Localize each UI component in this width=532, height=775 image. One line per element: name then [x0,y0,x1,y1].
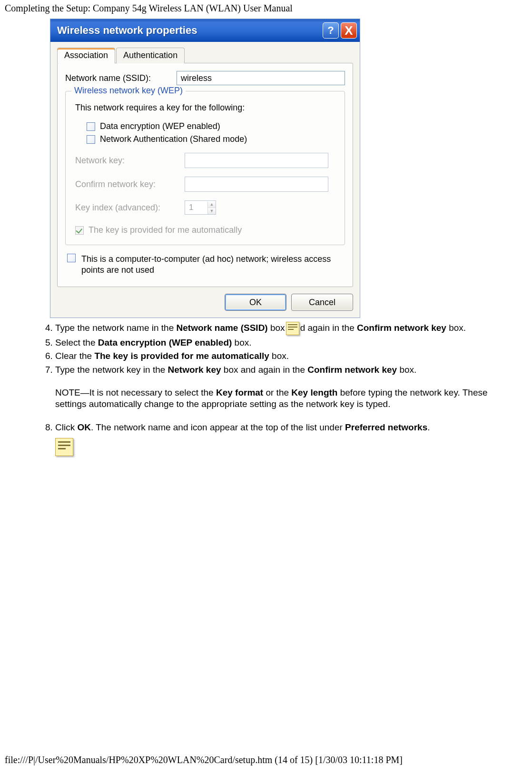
instructions: Type the network name in the Network nam… [39,322,527,456]
step-5: Select the Data encryption (WEP enabled)… [55,337,527,348]
cancel-button[interactable]: Cancel [291,294,353,311]
titlebar-buttons: ? X [323,22,357,39]
confirm-key-label: Confirm network key: [75,179,180,189]
ssid-input[interactable] [177,71,345,85]
note-icon [286,322,299,335]
adhoc-checkbox[interactable] [67,254,76,262]
dialog-body: Association Authentication Network name … [50,42,360,318]
tab-authentication[interactable]: Authentication [116,48,185,63]
tabstrip: Association Authentication [57,48,353,63]
adhoc-row[interactable]: This is a computer-to-computer (ad hoc) … [67,254,343,275]
button-row: OK Cancel [57,294,353,311]
network-key-label: Network key: [75,156,180,166]
confirm-key-input [185,177,328,192]
note-icon [55,438,73,456]
page-footer: file:///P|/User%20Manuals/HP%20XP%20WLAN… [5,755,403,765]
requires-text: This network requires a key for the foll… [75,103,337,113]
step-4: Type the network name in the Network nam… [55,322,527,335]
check-data-encryption-row[interactable]: Data encryption (WEP enabled) [87,121,337,131]
check-data-encryption-label: Data encryption (WEP enabled) [100,121,220,131]
spinner-down-icon: ▼ [208,208,216,214]
network-key-input [185,153,328,168]
step-6: Clear the The key is provided for me aut… [55,350,527,362]
adhoc-label: This is a computer-to-computer (ad hoc) … [81,254,343,275]
spinner-up-icon: ▲ [208,201,216,208]
auto-key-checkbox [75,226,84,235]
wep-fieldset: Wireless network key (WEP) This network … [65,91,345,245]
tabpanel-association: Network name (SSID): Wireless network ke… [57,63,353,287]
check-data-encryption-box[interactable] [87,122,95,131]
page-header: Completing the Setup: Company 54g Wirele… [5,3,527,14]
step-7: Type the network key in the Network key … [55,364,527,376]
ok-button[interactable]: OK [225,294,286,311]
check-network-auth-box[interactable] [87,135,95,144]
check-network-auth-row[interactable]: Network Authentication (Shared mode) [87,134,337,144]
help-icon[interactable]: ? [323,22,339,39]
wireless-properties-dialog: Wireless network properties ? X Associat… [50,19,360,318]
auto-key-row: The key is provided for me automatically [75,225,337,235]
tab-association[interactable]: Association [57,48,115,63]
titlebar-text: Wireless network properties [57,24,197,37]
key-index-value: 1 [185,203,207,212]
step-8: Click OK. The network name and icon appe… [55,422,527,433]
titlebar: Wireless network properties ? X [50,19,360,42]
key-index-label: Key index (advanced): [75,203,180,213]
ssid-label: Network name (SSID): [65,73,170,83]
key-index-spinner: 1 ▲ ▼ [185,200,216,215]
check-network-auth-label: Network Authentication (Shared mode) [100,134,247,144]
auto-key-label: The key is provided for me automatically [89,225,242,235]
close-icon[interactable]: X [341,22,357,39]
wep-legend: Wireless network key (WEP) [71,86,186,96]
note-block: NOTE—It is not necessary to select the K… [55,387,512,410]
